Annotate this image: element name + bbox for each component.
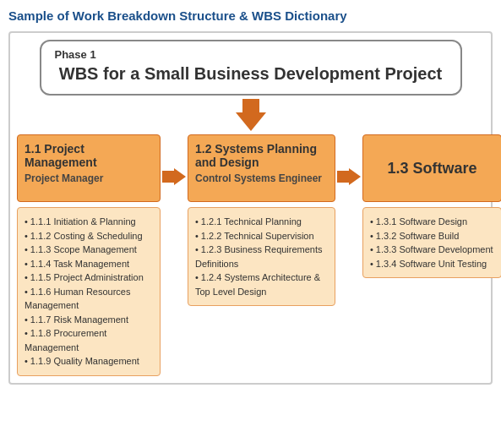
arrow-down-container xyxy=(17,99,484,131)
list-item: 1.1.9 Quality Management xyxy=(25,354,153,369)
list-item: 1.1.7 Risk Management xyxy=(25,313,153,327)
list-item: 1.1.4 Task Management xyxy=(25,257,153,271)
phase-label: Phase 1 xyxy=(55,48,447,61)
col2-detail: 1.2.1 Technical Planning 1.2.2 Technical… xyxy=(188,207,335,306)
list-item: 1.3.1 Software Design xyxy=(370,215,494,229)
arrow-right-1 xyxy=(162,134,186,185)
list-item: 1.1.5 Project Administration xyxy=(25,270,153,285)
list-item: 1.2.3 Business Requirements Definitions xyxy=(195,243,328,270)
list-item: 1.3.3 Software Development xyxy=(370,243,494,257)
list-item: 1.1.1 Initiation & Planning xyxy=(25,215,153,229)
arrow-right-2 xyxy=(337,134,361,185)
phase-title: WBS for a Small Business Development Pro… xyxy=(55,64,447,84)
col3-header: 1.3 Software xyxy=(362,134,501,202)
arrow-right-combo-2 xyxy=(337,168,361,185)
list-item: 1.1.2 Costing & Scheduling xyxy=(25,229,153,243)
arrow-down xyxy=(236,99,266,131)
arrow-right-combo-1 xyxy=(162,168,186,185)
list-item: 1.1.3 Scope Management xyxy=(25,243,153,257)
col3-list: 1.3.1 Software Design 1.3.2 Software Bui… xyxy=(370,215,494,270)
col2-title: 1.2 Systems Planning and Design xyxy=(195,142,328,169)
col2-subtitle: Control Systems Engineer xyxy=(195,172,328,184)
list-item: 1.2.2 Technical Supervision xyxy=(195,229,328,243)
main-container: Phase 1 WBS for a Small Business Develop… xyxy=(8,31,493,385)
list-item: 1.3.2 Software Build xyxy=(370,229,494,243)
col2-wrapper: 1.2 Systems Planning and Design Control … xyxy=(188,134,335,306)
list-item: 1.3.4 Software Unit Testing xyxy=(370,257,494,271)
phase-box: Phase 1 WBS for a Small Business Develop… xyxy=(40,40,462,96)
col1-subtitle: Project Manager xyxy=(25,172,153,184)
list-item: 1.1.8 Procurement Management xyxy=(25,326,153,354)
columns-row: 1.1 Project Management Project Manager 1… xyxy=(17,134,484,376)
list-item: 1.1.6 Human Resources Management xyxy=(25,285,153,313)
col1-title: 1.1 Project Management xyxy=(25,142,153,169)
list-item: 1.2.1 Technical Planning xyxy=(195,215,328,229)
col1-header: 1.1 Project Management Project Manager xyxy=(17,134,161,202)
col3-detail: 1.3.1 Software Design 1.3.2 Software Bui… xyxy=(362,207,501,278)
page-title: Sample of Work Breakdown Structure & WBS… xyxy=(8,8,493,23)
col1-wrapper: 1.1 Project Management Project Manager 1… xyxy=(17,134,161,376)
list-item: 1.2.4 Systems Architecture & Top Level D… xyxy=(195,270,328,298)
col2-list: 1.2.1 Technical Planning 1.2.2 Technical… xyxy=(195,215,328,298)
col3-wrapper: 1.3 Software 1.3.1 Software Design 1.3.2… xyxy=(362,134,501,278)
col1-list: 1.1.1 Initiation & Planning 1.1.2 Costin… xyxy=(25,215,153,369)
col1-detail: 1.1.1 Initiation & Planning 1.1.2 Costin… xyxy=(17,207,161,376)
col2-header: 1.2 Systems Planning and Design Control … xyxy=(188,134,335,202)
